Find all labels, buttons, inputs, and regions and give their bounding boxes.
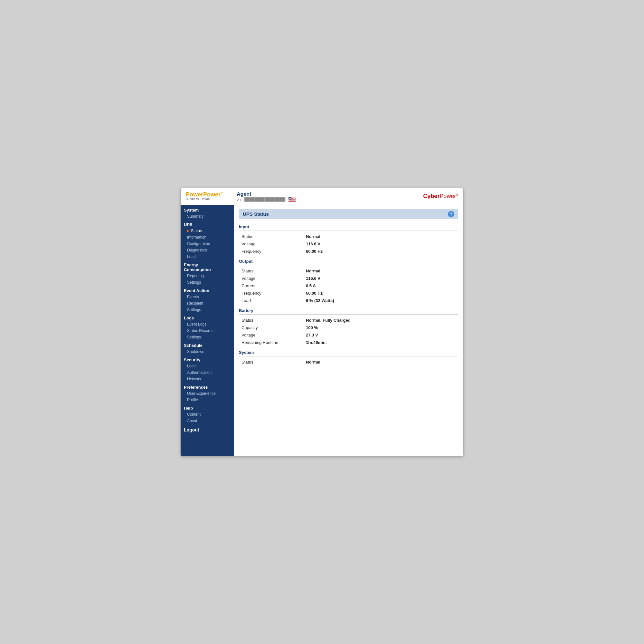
battery-voltage-label: Voltage <box>239 331 303 339</box>
svg-text:★★★★★★★★★★★★★★★★★★★★★★★★★★★★★★: ★★★★★★★★★★★★★★★★★★★★★★★★★★★★★★★★★★★★★★★★… <box>289 198 296 199</box>
content-area: UPS Status ? Input Status Normal Voltage… <box>234 205 463 456</box>
table-row: Status Normal, Fully Charged <box>239 317 458 324</box>
help-icon[interactable]: ? <box>448 211 454 217</box>
sidebar-item-configuration[interactable]: Configuration <box>181 241 234 247</box>
logo-powerpanel: PowerPower™ Business Edition <box>186 192 223 201</box>
agent-title: Agent <box>237 191 296 197</box>
sidebar-item-status[interactable]: ▶Status <box>181 228 234 234</box>
sidebar-item-network[interactable]: Network <box>181 376 234 382</box>
sidebar-item-log-settings[interactable]: Settings <box>181 334 234 340</box>
header: PowerPower™ Business Edition Agent on ██… <box>181 188 463 205</box>
battery-capacity-label: Capacity <box>239 324 303 331</box>
sidebar-item-user-experience[interactable]: User Experience <box>181 390 234 397</box>
app-container: PowerPower™ Business Edition Agent on ██… <box>180 188 464 457</box>
section-battery-header: Battery <box>239 307 458 315</box>
sidebar-group-logs: Logs <box>181 313 234 321</box>
cyber-label: Cyber <box>423 193 440 199</box>
sidebar-item-ea-settings[interactable]: Settings <box>181 307 234 313</box>
sidebar-group-ups: UPS <box>181 220 234 228</box>
agent-host: ████████████████ <box>242 197 287 202</box>
input-frequency-value: 60.00 Hz <box>303 248 458 255</box>
table-row: Remaining Runtime 1hr.46min. <box>239 339 458 346</box>
sidebar-group-energy: EnergyConsumption <box>181 260 234 273</box>
sidebar: System Summary UPS ▶Status Information C… <box>181 205 234 456</box>
table-row: Current 0.5 A <box>239 282 458 289</box>
sidebar-group-schedule: Schedule <box>181 340 234 348</box>
output-voltage-value: 116.6 V <box>303 275 458 282</box>
input-status-value: Normal <box>303 233 458 240</box>
header-agent: Agent on ████████████████ ★★★★★★★ <box>237 191 296 202</box>
brand-sub: Business Edition <box>186 198 223 201</box>
table-row: Frequency 60.00 Hz <box>239 289 458 297</box>
brand-name: PowerPower™ <box>186 192 223 198</box>
content-title: UPS Status <box>243 211 269 217</box>
content-title-bar: UPS Status ? <box>239 209 458 219</box>
sidebar-group-help: Help <box>181 403 234 411</box>
system-status-label: Status <box>239 358 303 366</box>
sidebar-item-events[interactable]: Events <box>181 294 234 300</box>
table-row: Status Normal <box>239 358 458 366</box>
battery-table: Status Normal, Fully Charged Capacity 10… <box>239 317 458 346</box>
input-status-label: Status <box>239 233 303 240</box>
sidebar-item-status-records[interactable]: Status Records <box>181 327 234 334</box>
sidebar-item-diagnostics[interactable]: Diagnostics <box>181 247 234 253</box>
system-table: Status Normal <box>239 358 458 366</box>
sidebar-item-recipient[interactable]: Recipient <box>181 300 234 307</box>
table-row: Voltage 116.6 V <box>239 240 458 248</box>
sidebar-group-preferences: Preferences <box>181 382 234 390</box>
sidebar-item-content[interactable]: Content <box>181 411 234 418</box>
sidebar-group-system: System <box>181 205 234 213</box>
sidebar-item-about[interactable]: About <box>181 418 234 424</box>
arrow-icon: ▶ <box>187 229 190 232</box>
brand-panel: Power <box>203 191 221 198</box>
table-row: Status Normal <box>239 233 458 240</box>
svg-rect-6 <box>289 201 296 201</box>
output-frequency-value: 60.00 Hz <box>303 289 458 297</box>
sidebar-item-reporting[interactable]: Reporting <box>181 273 234 279</box>
agent-sub: on ████████████████ ★★★★★★★★★★★★★★★★★★★★… <box>237 197 296 202</box>
section-output-header: Output <box>239 258 458 265</box>
battery-capacity-value: 100 % <box>303 324 458 331</box>
battery-status-value: Normal, Fully Charged <box>303 317 458 324</box>
battery-runtime-label: Remaining Runtime <box>239 339 303 346</box>
header-left: PowerPower™ Business Edition Agent on ██… <box>186 191 296 202</box>
battery-voltage-value: 27.3 V <box>303 331 458 339</box>
flag-icon: ★★★★★★★★★★★★★★★★★★★★★★★★★★★★★★★★★★★★★★★★… <box>289 197 296 202</box>
logo-cyberpower: CyberPower® <box>423 193 458 200</box>
agent-label: on <box>237 197 241 201</box>
input-voltage-value: 116.6 V <box>303 240 458 248</box>
sidebar-item-load[interactable]: Load <box>181 253 234 260</box>
battery-runtime-value: 1hr.46min. <box>303 339 458 346</box>
main-layout: System Summary UPS ▶Status Information C… <box>181 205 463 456</box>
output-status-label: Status <box>239 267 303 275</box>
input-table: Status Normal Voltage 116.6 V Frequency … <box>239 233 458 255</box>
sidebar-item-information[interactable]: Information <box>181 234 234 241</box>
table-row: Frequency 60.00 Hz <box>239 248 458 255</box>
sidebar-item-authentication[interactable]: Authentication <box>181 369 234 376</box>
sidebar-item-summary[interactable]: Summary <box>181 213 234 220</box>
battery-status-label: Status <box>239 317 303 324</box>
sidebar-item-event-logs[interactable]: Event Logs <box>181 321 234 327</box>
table-row: Load 6 % (32 Watts) <box>239 297 458 304</box>
sidebar-item-login[interactable]: Login <box>181 363 234 369</box>
table-row: Voltage 27.3 V <box>239 331 458 339</box>
cyberpower-r: ® <box>456 193 458 196</box>
sidebar-group-event-action: Event Action <box>181 286 234 294</box>
output-frequency-label: Frequency <box>239 289 303 297</box>
output-voltage-label: Voltage <box>239 275 303 282</box>
svg-rect-4 <box>289 199 296 200</box>
section-input-header: Input <box>239 223 458 231</box>
output-status-value: Normal <box>303 267 458 275</box>
sidebar-item-shutdown[interactable]: Shutdown <box>181 348 234 355</box>
logout-button[interactable]: Logout <box>181 424 234 434</box>
sidebar-item-energy-settings[interactable]: Settings <box>181 279 234 286</box>
output-load-value: 6 % (32 Watts) <box>303 297 458 304</box>
output-current-label: Current <box>239 282 303 289</box>
system-status-value: Normal <box>303 358 458 366</box>
brand-power: Power <box>186 191 203 198</box>
header-divider <box>230 191 230 202</box>
table-row: Voltage 116.6 V <box>239 275 458 282</box>
sidebar-item-profile[interactable]: Profile <box>181 397 234 403</box>
output-load-label: Load <box>239 297 303 304</box>
input-frequency-label: Frequency <box>239 248 303 255</box>
